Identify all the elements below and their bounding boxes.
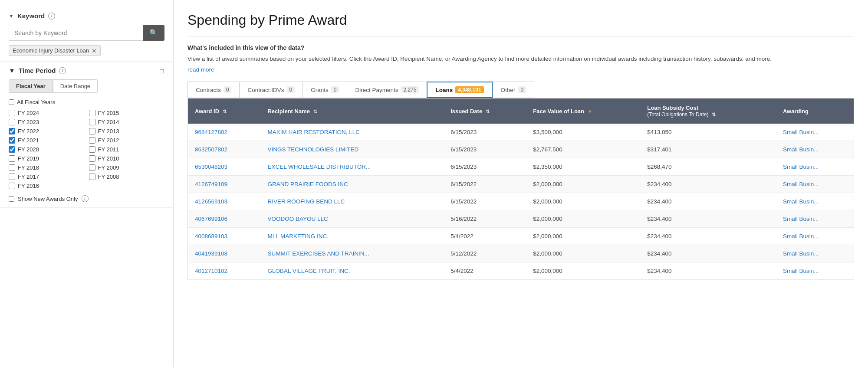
recipient-cell[interactable]: GLOBAL VILLAGE FRUIT, INC.	[260, 262, 444, 280]
col-issued-date[interactable]: Issued Date ⇅	[444, 98, 526, 124]
read-more-link[interactable]: read more	[187, 66, 214, 73]
recipient-cell[interactable]: SUMMIT EXERCISES AND TRAININ...	[260, 245, 444, 262]
keyword-search-row: 🔍	[9, 25, 164, 41]
fy-row: FY 2024	[9, 110, 85, 116]
fy-checkbox[interactable]	[89, 146, 95, 153]
awarding-cell-link[interactable]: Small Busin...	[783, 164, 819, 170]
award-id-cell[interactable]: 4067699106	[188, 210, 260, 228]
awarding-cell[interactable]: Small Busin...	[776, 176, 854, 193]
recipient-cell-link[interactable]: VOODOO BAYOU LLC	[267, 216, 328, 222]
recipient-cell-link[interactable]: GLOBAL VILLAGE FRUIT, INC.	[267, 268, 350, 274]
fy-checkbox[interactable]	[9, 183, 15, 189]
award-tab-direct-payments[interactable]: Direct Payments2,275	[347, 82, 427, 98]
recipient-cell-link[interactable]: GRAND PRAIRIE FOODS INC	[267, 181, 348, 187]
fy-checkbox[interactable]	[89, 119, 95, 125]
recipient-cell[interactable]: RIVER ROOFING BEND LLC	[260, 193, 444, 210]
award-id-cell-link[interactable]: 8632507802	[195, 146, 227, 153]
recipient-cell[interactable]: VINGS TECHNOLOGIES LIMITED	[260, 141, 444, 158]
keyword-tag-remove[interactable]: ✕	[92, 48, 97, 54]
fy-checkbox[interactable]	[9, 110, 15, 116]
fy-checkbox[interactable]	[9, 137, 15, 144]
award-tab-contract-idvs[interactable]: Contract IDVs0	[239, 82, 302, 98]
recipient-cell-link[interactable]: SUMMIT EXERCISES AND TRAININ...	[267, 250, 369, 257]
show-new-awards-checkbox[interactable]	[9, 196, 14, 202]
fy-checkbox[interactable]	[89, 110, 95, 116]
recipient-cell[interactable]: GRAND PRAIRIE FOODS INC	[260, 176, 444, 193]
fy-checkbox[interactable]	[89, 155, 95, 162]
time-period-info-icon[interactable]: i	[59, 67, 66, 74]
all-fiscal-years-checkbox[interactable]	[9, 99, 14, 105]
awarding-cell-link[interactable]: Small Busin...	[783, 146, 819, 153]
award-id-cell[interactable]: 6530048203	[188, 158, 260, 176]
award-id-cell-link[interactable]: 6530048203	[195, 164, 227, 170]
award-id-cell-link[interactable]: 4126749109	[195, 181, 227, 187]
award-id-cell-link[interactable]: 4126569103	[195, 198, 227, 205]
fy-checkbox[interactable]	[9, 155, 15, 162]
award-id-cell[interactable]: 4012710102	[188, 262, 260, 280]
date-range-tab[interactable]: Date Range	[53, 79, 98, 93]
col-awarding[interactable]: Awarding	[776, 98, 854, 124]
awarding-cell-link[interactable]: Small Busin...	[783, 181, 819, 187]
recipient-cell-link[interactable]: EXCEL WHOLESALE DISTRIBUTOR...	[267, 164, 371, 170]
face-value-cell: $2,767,500	[526, 141, 640, 158]
keyword-info-icon[interactable]: i	[48, 13, 55, 20]
award-id-cell-link[interactable]: 4012710102	[195, 268, 227, 274]
award-id-cell-link[interactable]: 4067699106	[195, 216, 227, 222]
recipient-cell-link[interactable]: VINGS TECHNOLOGIES LIMITED	[267, 146, 358, 153]
fy-checkbox[interactable]	[89, 164, 95, 171]
recipient-cell[interactable]: EXCEL WHOLESALE DISTRIBUTOR...	[260, 158, 444, 176]
awarding-cell[interactable]: Small Busin...	[776, 158, 854, 176]
award-id-cell[interactable]: 9684127802	[188, 124, 260, 141]
fy-checkbox[interactable]	[89, 174, 95, 180]
col-recipient-name[interactable]: Recipient Name ⇅	[260, 98, 444, 124]
fy-checkbox[interactable]	[9, 164, 15, 171]
awarding-cell-link[interactable]: Small Busin...	[783, 216, 819, 222]
recipient-cell-link[interactable]: MAXIM HAIR RESTORATION, LLC	[267, 129, 360, 135]
col-face-value[interactable]: Face Value of Loan ▼	[526, 98, 640, 124]
awarding-cell-link[interactable]: Small Busin...	[783, 268, 819, 274]
award-id-cell[interactable]: 4126749109	[188, 176, 260, 193]
awarding-cell-link[interactable]: Small Busin...	[783, 233, 819, 239]
col-award-id[interactable]: Award ID ⇅	[188, 98, 260, 124]
fiscal-year-grid: FY 2024FY 2015FY 2023FY 2014FY 2022FY 20…	[9, 110, 164, 189]
award-tab-other[interactable]: Other0	[493, 82, 534, 98]
award-id-cell-link[interactable]: 9684127802	[195, 129, 227, 135]
fy-checkbox[interactable]	[9, 119, 15, 125]
fy-checkbox[interactable]	[9, 128, 15, 134]
fy-checkbox[interactable]	[9, 174, 15, 180]
awarding-cell-link[interactable]: Small Busin...	[783, 250, 819, 257]
award-id-cell[interactable]: 8632507802	[188, 141, 260, 158]
awarding-cell[interactable]: Small Busin...	[776, 193, 854, 210]
time-period-toggle[interactable]: ▼	[9, 67, 15, 74]
keyword-search-input[interactable]	[9, 25, 143, 41]
awarding-cell-link[interactable]: Small Busin...	[783, 129, 819, 135]
fiscal-year-tab[interactable]: Fiscal Year	[9, 79, 53, 93]
award-id-cell[interactable]: 4126569103	[188, 193, 260, 210]
fy-checkbox[interactable]	[89, 137, 95, 144]
award-tab-grants[interactable]: Grants0	[302, 82, 347, 98]
recipient-cell-link[interactable]: RIVER ROOFING BEND LLC	[267, 198, 345, 205]
awarding-cell[interactable]: Small Busin...	[776, 210, 854, 228]
award-id-cell-link[interactable]: 4041939108	[195, 250, 227, 257]
show-new-awards-info-icon[interactable]: i	[82, 195, 89, 202]
awarding-cell[interactable]: Small Busin...	[776, 141, 854, 158]
fy-checkbox[interactable]	[9, 146, 15, 153]
awarding-cell[interactable]: Small Busin...	[776, 262, 854, 280]
keyword-search-button[interactable]: 🔍	[143, 25, 164, 41]
fy-checkbox[interactable]	[89, 128, 95, 134]
awarding-cell[interactable]: Small Busin...	[776, 245, 854, 262]
recipient-cell[interactable]: VOODOO BAYOU LLC	[260, 210, 444, 228]
award-id-cell[interactable]: 4008689103	[188, 228, 260, 245]
awarding-cell-link[interactable]: Small Busin...	[783, 198, 819, 205]
recipient-cell-link[interactable]: MLL MARKETING INC.	[267, 233, 329, 239]
award-tab-loans[interactable]: Loans4,048,101	[427, 82, 492, 98]
awarding-cell[interactable]: Small Busin...	[776, 228, 854, 245]
keyword-toggle[interactable]: ▼	[9, 13, 14, 19]
award-id-cell-link[interactable]: 4008689103	[195, 233, 227, 239]
col-subsidy-cost[interactable]: Loan Subsidy Cost(Total Obligations To D…	[640, 98, 776, 124]
recipient-cell[interactable]: MAXIM HAIR RESTORATION, LLC	[260, 124, 444, 141]
award-tab-contracts[interactable]: Contracts0	[187, 82, 239, 98]
award-id-cell[interactable]: 4041939108	[188, 245, 260, 262]
recipient-cell[interactable]: MLL MARKETING INC.	[260, 228, 444, 245]
awarding-cell[interactable]: Small Busin...	[776, 124, 854, 141]
